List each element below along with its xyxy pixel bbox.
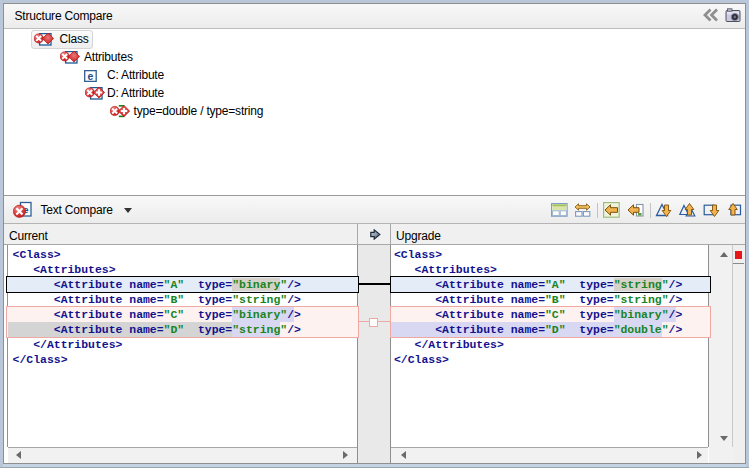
svg-text:e: e: [88, 70, 94, 82]
